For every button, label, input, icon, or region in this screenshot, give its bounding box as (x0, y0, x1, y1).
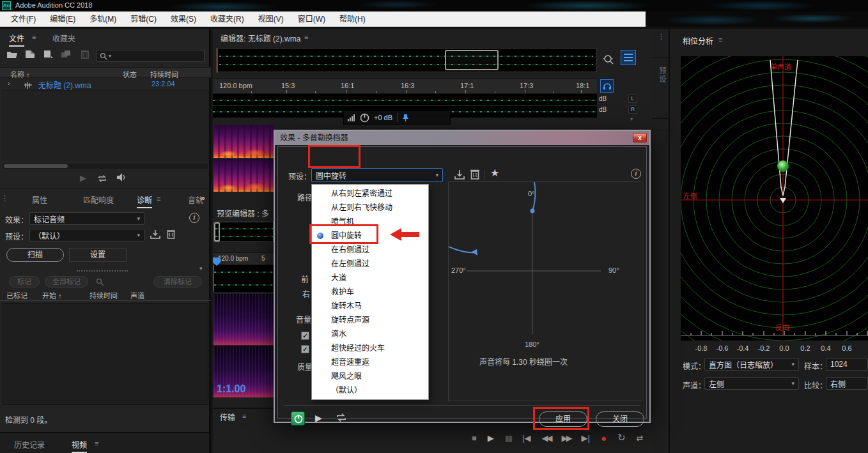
stop-button[interactable]: ■ (472, 433, 477, 443)
menu-item[interactable]: 在左侧通过 (312, 257, 428, 271)
preview-ruler[interactable]: 120.0 bpm 5 (213, 252, 274, 265)
import-file-icon[interactable] (24, 50, 36, 61)
delete-preset-icon[interactable] (166, 229, 176, 242)
tab-diagnostics[interactable]: 诊断 (137, 194, 152, 205)
menu-favorites[interactable]: 收藏夹(R) (203, 12, 251, 27)
expand-chevron-icon[interactable]: › (8, 79, 10, 87)
swap-button[interactable]: ⇄ (637, 433, 644, 443)
play-button[interactable]: ▶ (488, 433, 494, 443)
samples-select[interactable]: 1024 (826, 358, 868, 371)
save-preset-icon[interactable] (453, 169, 466, 183)
scrollbar-thumb[interactable] (4, 164, 68, 168)
splitter-grip[interactable] (77, 270, 128, 272)
rewind-button[interactable]: ◀◀ (542, 433, 551, 443)
column-status[interactable]: 状态 (123, 69, 137, 79)
tab-history[interactable]: 历史记录 (14, 439, 45, 450)
meter-caret-icon[interactable]: ▾ (630, 116, 633, 122)
headphone-monitor-icon[interactable] (600, 79, 614, 93)
channel-right-button[interactable]: R (628, 105, 637, 114)
volume-hud[interactable]: +0 dB (343, 111, 451, 125)
menu-item[interactable]: 大道 (312, 271, 428, 285)
file-row[interactable]: › 无标题 (2).wma 23:2.04 (0, 79, 211, 89)
menu-clip[interactable]: 剪辑(C) (123, 12, 164, 27)
files-panel-menu-icon[interactable]: ≡ (32, 33, 36, 41)
menu-view[interactable]: 视图(V) (251, 12, 291, 27)
menu-item[interactable]: 超音速重返 (312, 355, 428, 369)
scan-button[interactable]: 扫描 (6, 248, 64, 262)
column-duration[interactable]: 持续时间 (89, 290, 118, 300)
selection-range-handle[interactable] (445, 50, 499, 70)
autoplay-icon[interactable]: ▶ (80, 173, 86, 183)
menu-multitrack[interactable]: 多轨(M) (82, 12, 123, 27)
info-icon[interactable]: i (189, 213, 199, 223)
overview-waveform[interactable] (216, 48, 596, 72)
preview-waveform[interactable] (213, 265, 274, 292)
checkbox-checked[interactable]: ✓ (301, 332, 309, 340)
video-panel-menu-icon[interactable]: ≡ (95, 440, 98, 447)
editor-panel-menu-icon[interactable]: ≡ (304, 33, 308, 41)
save-preset-icon[interactable] (150, 229, 161, 242)
phase-panel-menu-icon[interactable]: ≡ (718, 36, 722, 43)
dialog-preset-select[interactable]: 圆中旋转▾ (311, 168, 443, 182)
channel-select[interactable]: 左侧▾ (704, 377, 799, 390)
zoom-reset-icon[interactable] (601, 53, 616, 68)
menu-item[interactable]: 超快经过的火车 (312, 341, 428, 355)
settings-button[interactable]: 设置 (69, 248, 127, 262)
new-content-icon[interactable] (42, 50, 54, 61)
close-button[interactable]: 关闭 (596, 411, 644, 427)
checkbox-checked[interactable]: ✓ (301, 345, 309, 353)
file-name[interactable]: 无标题 (2).wma (38, 79, 91, 90)
menu-item[interactable]: 旋转点声源 (312, 313, 428, 327)
column-name[interactable]: 名称 ↑ (10, 69, 30, 79)
dialog-close-icon[interactable]: x (633, 133, 647, 142)
menu-item[interactable]: 在右侧通过 (312, 243, 428, 257)
preset-strip-label[interactable]: 预设 (657, 67, 667, 84)
effect-select[interactable]: 标记音频▾ (29, 212, 144, 225)
menu-item[interactable]: 救护车 (312, 285, 428, 299)
compare-select[interactable]: 右侧 (826, 377, 868, 390)
skip-start-button[interactable]: |◀ (522, 433, 531, 443)
column-marked[interactable]: 已标记 (6, 290, 27, 300)
menu-window[interactable]: 窗口(W) (291, 12, 332, 27)
zoom-ratio-readout[interactable]: 1:1.00 (217, 383, 245, 395)
gain-readout[interactable]: +0 dB (374, 114, 392, 121)
menu-item[interactable]: 旋转木马 (312, 299, 428, 313)
preset-select[interactable]: （默认）▾ (29, 229, 144, 242)
column-start[interactable]: 开始 ↑ (42, 290, 62, 300)
speaker-icon[interactable] (115, 173, 127, 185)
knob-icon[interactable] (360, 113, 369, 123)
menu-item[interactable]: 飓风之眼 (312, 369, 428, 383)
info-icon[interactable]: i (631, 169, 641, 179)
pin-icon[interactable] (402, 114, 409, 122)
menu-item[interactable]: 从左到右飞快移动 (312, 201, 428, 215)
timeline-ruler[interactable]: 120.0 bpm 15:3 16:1 16:3 17:1 17:3 18:1 (213, 79, 597, 94)
preview-loop-icon[interactable] (336, 413, 347, 425)
menu-item[interactable]: （默认） (312, 383, 428, 397)
effect-power-toggle[interactable] (291, 411, 305, 426)
tab-properties[interactable]: 属性 (32, 194, 47, 205)
skip-end-button[interactable]: ▶| (582, 433, 590, 443)
dialog-title-bar[interactable]: 效果 - 多普勒换档器 (275, 131, 649, 145)
delete-preset-icon[interactable] (470, 168, 480, 182)
collapse-caret-icon[interactable]: ▾ (199, 265, 203, 272)
tab-favorites[interactable]: 收藏夹 (52, 33, 75, 43)
preview-overview[interactable] (213, 222, 274, 242)
panel-menu-icon[interactable]: ⋮ (658, 33, 665, 41)
column-duration[interactable]: 持续时间 (150, 69, 178, 79)
channel-left-button[interactable]: L (628, 95, 637, 103)
loop-playback-button[interactable]: ↻ (617, 432, 626, 443)
menu-edit[interactable]: 编辑(E) (43, 12, 82, 27)
search-input[interactable]: ▾ (96, 50, 205, 62)
pause-button[interactable]: ▮▮ (505, 433, 511, 443)
tab-overflow-icon[interactable]: » (201, 194, 205, 203)
loop-icon[interactable] (97, 174, 107, 185)
tab-video[interactable]: 视频 (72, 439, 87, 450)
menu-effects[interactable]: 效果(S) (164, 12, 203, 27)
menu-file[interactable]: 文件(F) (4, 12, 43, 27)
open-file-icon[interactable] (6, 50, 18, 61)
record-button[interactable]: ● (601, 433, 607, 443)
menu-help[interactable]: 帮助(H) (332, 12, 373, 27)
diagnostics-panel-menu-icon[interactable]: ≡ (157, 195, 160, 203)
mode-select[interactable]: 直方图（日志缩放）▾ (704, 358, 799, 371)
tab-match-loudness[interactable]: 匹配响度 (83, 194, 114, 205)
